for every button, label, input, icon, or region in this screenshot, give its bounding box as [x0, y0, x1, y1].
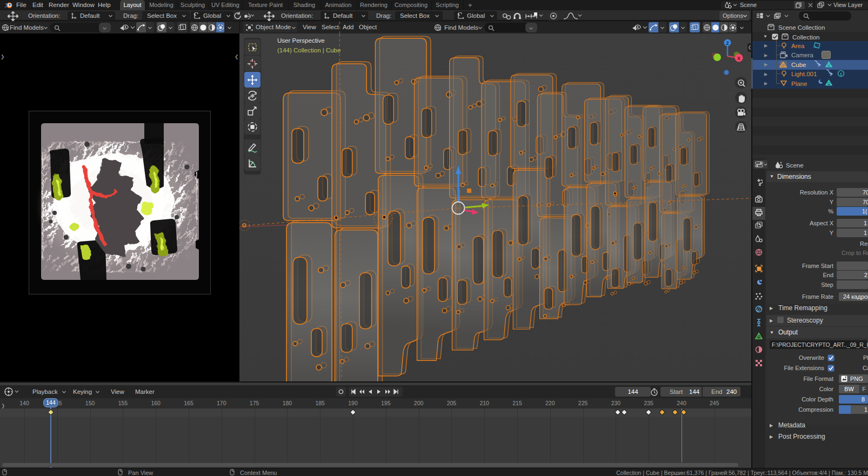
- svg-text:Z: Z: [726, 41, 729, 46]
- svg-text:X: X: [737, 56, 740, 61]
